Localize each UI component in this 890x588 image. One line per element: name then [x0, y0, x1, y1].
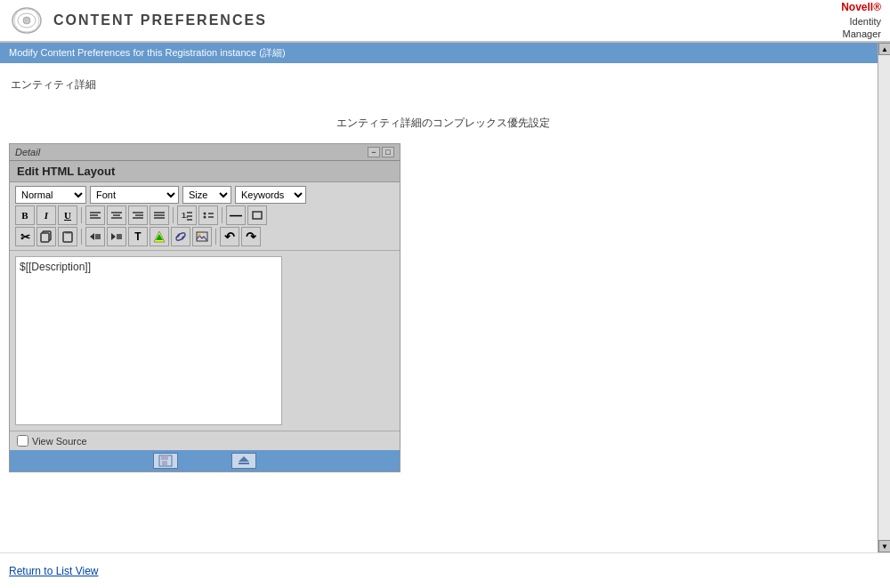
align-justify-icon: [153, 210, 166, 221]
cut-button[interactable]: ✂: [15, 227, 35, 246]
svg-point-20: [204, 216, 206, 219]
bold-button[interactable]: B: [15, 205, 35, 225]
svg-rect-23: [253, 212, 262, 219]
editor-area: [10, 251, 400, 431]
scroll-track[interactable]: [878, 55, 890, 540]
color-icon: [153, 230, 166, 243]
align-center-icon: [110, 210, 123, 221]
outdent-button[interactable]: [85, 227, 105, 246]
hr-button[interactable]: —: [226, 205, 246, 225]
app-title: CONTENT PREFERENCES: [53, 12, 267, 28]
align-right-button[interactable]: [128, 205, 148, 225]
font-select[interactable]: Font Arial Times New Roman Courier: [90, 186, 179, 204]
separator1: [81, 207, 82, 223]
header: CONTENT PREFERENCES Novell® Identity Man…: [0, 0, 890, 43]
indent-button[interactable]: [107, 227, 126, 246]
separator4: [81, 229, 82, 245]
toolbar: Normal Heading 1 Heading 2 Heading 3 Fon…: [10, 182, 400, 251]
keywords-select[interactable]: Keywords Description Title Author: [235, 186, 306, 204]
footer: Return to List View: [0, 552, 890, 588]
brand-product: Identity Manager: [841, 15, 881, 41]
align-center-button[interactable]: [107, 205, 126, 225]
outdent-icon: [89, 231, 101, 242]
svg-marker-32: [111, 233, 116, 240]
svg-rect-25: [41, 233, 49, 242]
page-wrapper: CONTENT PREFERENCES Novell® Identity Man…: [0, 0, 890, 588]
copy-button[interactable]: [36, 227, 56, 246]
svg-point-39: [198, 234, 201, 237]
align-left-button[interactable]: [85, 205, 105, 225]
undo-button[interactable]: ↶: [220, 227, 239, 246]
detail-panel-title: Detail: [15, 147, 40, 157]
bottom-btn-expand[interactable]: [231, 453, 256, 469]
svg-marker-28: [90, 233, 94, 240]
underline-button[interactable]: U: [58, 205, 77, 225]
scroll-up-arrow[interactable]: ▲: [878, 43, 890, 55]
brand-novell: Novell®: [841, 1, 881, 15]
image-button[interactable]: [192, 227, 212, 246]
return-link[interactable]: Return to List View: [9, 565, 99, 577]
svg-rect-41: [161, 455, 168, 460]
toolbar-row1: Normal Heading 1 Heading 2 Heading 3 Fon…: [15, 186, 394, 204]
unordered-list-icon: [202, 210, 214, 221]
italic-button[interactable]: I: [36, 205, 56, 225]
align-right-icon: [132, 210, 144, 221]
view-source-bar: View Source: [10, 431, 400, 450]
save-icon: [158, 455, 173, 467]
text-format-button[interactable]: T: [128, 227, 148, 246]
detail-panel-controls: − □: [368, 147, 394, 157]
paste-button[interactable]: [58, 227, 77, 246]
detail-panel: Detail − □ Edit HTML Layout Normal Headi…: [9, 143, 400, 472]
view-source-checkbox[interactable]: [17, 435, 28, 447]
expand-icon: [237, 455, 251, 467]
edit-html-layout-title: Edit HTML Layout: [10, 161, 400, 182]
section-title: エンティティ詳細: [9, 72, 878, 98]
app-logo-icon: [9, 4, 44, 36]
link-icon: [174, 230, 187, 243]
style-select[interactable]: Normal Heading 1 Heading 2 Heading 3: [15, 186, 86, 204]
color-button[interactable]: [150, 227, 169, 246]
svg-marker-43: [239, 456, 249, 462]
editor-right-panel: [287, 251, 400, 431]
detail-panel-titlebar: Detail − □: [10, 144, 400, 161]
size-select[interactable]: Size 8 10 12 14: [182, 186, 231, 204]
maximize-button[interactable]: □: [382, 147, 394, 157]
ordered-list-button[interactable]: 1.: [177, 205, 197, 225]
bottom-bar: [10, 450, 400, 471]
unordered-list-button[interactable]: [198, 205, 218, 225]
header-left: CONTENT PREFERENCES: [9, 4, 267, 36]
breadcrumb-bar: Modify Content Preferences for this Regi…: [0, 43, 890, 63]
complex-label: エンティティ詳細のコンプレックス優先設定: [9, 98, 878, 140]
image-icon: [196, 230, 208, 243]
brand-logo: Novell® Identity Manager: [841, 1, 881, 40]
svg-point-19: [204, 213, 206, 215]
scroll-down-arrow[interactable]: ▼: [878, 540, 890, 552]
indent-icon: [110, 231, 123, 242]
link-button[interactable]: [171, 227, 190, 246]
main-content: エンティティ詳細 エンティティ詳細のコンプレックス優先設定 Detail − □…: [0, 63, 890, 552]
separator3: [222, 207, 222, 223]
svg-rect-42: [162, 461, 167, 465]
redo-button[interactable]: ↷: [241, 227, 261, 246]
main-scrollbar[interactable]: ▲ ▼: [878, 43, 890, 552]
bottom-btn-save[interactable]: [153, 453, 178, 469]
html-editor[interactable]: [15, 256, 282, 425]
align-justify-button[interactable]: [150, 205, 169, 225]
svg-point-2: [23, 17, 30, 24]
align-left-icon: [89, 210, 101, 221]
separator5: [215, 229, 216, 245]
view-source-label[interactable]: View Source: [32, 436, 87, 447]
breadcrumb-link[interactable]: Modify Content Preferences for this Regi…: [9, 47, 286, 58]
copy-icon: [40, 230, 53, 243]
ordered-list-icon: 1.: [181, 210, 193, 221]
toolbar-row2: B I U: [15, 205, 394, 225]
paste-icon: [61, 230, 74, 243]
minimize-button[interactable]: −: [368, 147, 380, 157]
box-icon: [251, 210, 263, 221]
toolbar-row3: ✂ T: [15, 227, 394, 246]
box-button[interactable]: [247, 205, 267, 225]
separator2: [173, 207, 174, 223]
